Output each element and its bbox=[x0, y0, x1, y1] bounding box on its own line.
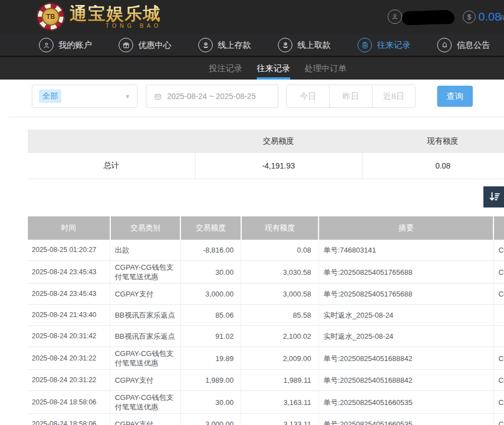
cell-time: 2025-08-24 23:45:43 bbox=[28, 284, 110, 305]
logo-subtitle: TONG BAO bbox=[70, 23, 162, 29]
cell-amount: 30.00 bbox=[180, 261, 241, 284]
summary-total-label: 总计 bbox=[28, 153, 195, 179]
yesterday-button[interactable]: 昨日 bbox=[329, 85, 372, 107]
cell-remark bbox=[493, 305, 504, 326]
cell-amount: 30.00 bbox=[180, 391, 241, 414]
nav-item-deposit[interactable]: 线上存款 bbox=[198, 38, 251, 52]
records-table: 时间 交易类别 交易额度 现有额度 摘要 备注 2025-08-25 01:20… bbox=[28, 216, 504, 425]
section-divider bbox=[8, 117, 504, 117]
header-type: 交易类别 bbox=[110, 216, 181, 240]
sub-nav: 投注记录 往来记录 处理中订单 bbox=[0, 57, 504, 80]
table-row: 2025-08-24 21:43:40 BB视讯百家乐返点 85.06 85.5… bbox=[28, 305, 504, 326]
cell-type: BB视讯百家乐返点 bbox=[110, 305, 181, 326]
nav-label: 信息公告 bbox=[457, 40, 490, 51]
bell-icon bbox=[437, 38, 452, 52]
cell-type: CGPAY-CG钱包支付笔笔送优惠 bbox=[110, 391, 181, 414]
summary-total-balance: 0.08 bbox=[362, 153, 504, 179]
cell-balance: 2,009.00 bbox=[241, 347, 319, 370]
cell-summary: 单号:202508254051688842 bbox=[319, 370, 493, 391]
summary-header-amount: 交易额度 bbox=[195, 130, 362, 153]
date-range-input[interactable]: 2025-08-24 ~ 2025-08-25 bbox=[146, 85, 278, 108]
tab-transaction-records[interactable]: 往来记录 bbox=[257, 57, 290, 80]
nav-label: 线上存款 bbox=[218, 40, 251, 51]
nav-item-withdraw[interactable]: 线上取款 bbox=[278, 38, 331, 52]
cell-remark: CG钱包 bbox=[493, 414, 504, 425]
table-row: 2025-08-24 18:58:06 CGPAY-CG钱包支付笔笔送优惠 30… bbox=[28, 391, 504, 414]
cell-type: CGPAY支付 bbox=[110, 370, 181, 391]
cell-summary: 实时返水_2025-08-24 bbox=[319, 326, 493, 347]
cell-time: 2025-08-24 18:58:06 bbox=[28, 414, 110, 425]
summary-header-row: 交易额度 现有额度 bbox=[28, 130, 504, 153]
header-amount: 交易额度 bbox=[180, 216, 241, 240]
header-balance: 现有额度 bbox=[241, 216, 319, 240]
sort-button[interactable] bbox=[483, 186, 504, 207]
cell-time: 2025-08-25 01:20:27 bbox=[28, 240, 110, 261]
tab-bet-records[interactable]: 投注记录 bbox=[209, 57, 242, 80]
cell-balance: 3,133.11 bbox=[241, 414, 319, 425]
top-bar: TB 通宝娱乐城 TONG BAO $ 0.08 R bbox=[0, 0, 504, 34]
coin-icon: $ bbox=[463, 11, 476, 23]
tab-pending-orders[interactable]: 处理中订单 bbox=[305, 57, 346, 80]
table-row: 2025-08-24 23:45:43 CGPAY-CG钱包支付笔笔送优惠 30… bbox=[28, 261, 504, 284]
cell-remark: CG钱包 bbox=[493, 347, 504, 370]
type-select[interactable]: 全部 ▼ bbox=[32, 85, 138, 108]
table-row: 2025-08-24 20:31:22 CGPAY支付 1,989.00 1,9… bbox=[28, 370, 504, 391]
transaction-records-page: TB 通宝娱乐城 TONG BAO $ 0.08 R 我的账户 优惠中心 bbox=[0, 0, 504, 425]
summary-total-amount: -4,191.93 bbox=[195, 153, 362, 179]
header-remark: 备注 bbox=[493, 216, 504, 240]
cell-summary: 单号:202508254051765688 bbox=[319, 284, 493, 305]
cell-summary: 单号:202508254051660535 bbox=[319, 414, 493, 425]
header-summary: 摘要 bbox=[319, 216, 493, 240]
cell-remark: CG钱包-24 bbox=[493, 240, 504, 261]
cell-time: 2025-08-24 23:45:43 bbox=[28, 261, 110, 284]
cell-summary: 单号:202508254051765688 bbox=[319, 261, 493, 284]
cell-amount: 85.06 bbox=[180, 305, 241, 326]
tab-label: 往来记录 bbox=[257, 63, 290, 74]
summary-total-row: 总计 -4,191.93 0.08 bbox=[28, 153, 504, 179]
cell-summary: 单号:202508254051660535 bbox=[319, 391, 493, 414]
cell-summary: 实时返水_2025-08-24 bbox=[319, 305, 493, 326]
cell-remark: CG钱包 bbox=[493, 284, 504, 305]
poker-chip-icon: TB bbox=[37, 3, 65, 31]
nav-label: 线上取款 bbox=[297, 40, 331, 51]
redacted-username bbox=[402, 9, 454, 25]
tab-label: 投注记录 bbox=[209, 63, 242, 74]
last-8-days-button[interactable]: 近8日 bbox=[372, 85, 415, 107]
tab-label: 处理中订单 bbox=[305, 63, 346, 74]
nav-item-my-account[interactable]: 我的账户 bbox=[39, 38, 92, 52]
nav-item-promotions[interactable]: 优惠中心 bbox=[119, 38, 172, 52]
user-icon bbox=[39, 38, 53, 52]
cell-amount: 1,989.00 bbox=[180, 370, 241, 391]
cell-type: CGPAY支付 bbox=[110, 284, 181, 305]
cell-remark: CG钱包 bbox=[493, 261, 504, 284]
table-row: 2025-08-24 18:58:06 CGPAY支付 3,000.00 3,1… bbox=[28, 414, 504, 425]
table-row: 2025-08-25 01:20:27 出款 -8,816.00 0.08 单号… bbox=[28, 240, 504, 261]
cell-balance: 1,989.11 bbox=[241, 370, 319, 391]
nav-label: 优惠中心 bbox=[138, 40, 172, 51]
table-row: 2025-08-24 20:31:42 BB视讯百家乐返点 91.02 2,10… bbox=[28, 326, 504, 347]
nav-item-announcements[interactable]: 信息公告 bbox=[437, 38, 490, 52]
cell-amount: 91.02 bbox=[180, 326, 241, 347]
nav-item-transaction-records[interactable]: 往来记录 bbox=[358, 38, 410, 52]
cell-time: 2025-08-24 21:43:40 bbox=[28, 305, 110, 326]
cell-time: 2025-08-24 18:58:06 bbox=[28, 391, 110, 414]
cell-type: BB视讯百家乐返点 bbox=[110, 326, 181, 347]
cell-type: CGPAY-CG钱包支付笔笔送优惠 bbox=[110, 347, 181, 370]
cell-time: 2025-08-24 20:31:42 bbox=[28, 326, 110, 347]
chip-badge: TB bbox=[42, 8, 60, 26]
date-range-value: 2025-08-24 ~ 2025-08-25 bbox=[167, 92, 256, 101]
today-button[interactable]: 今日 bbox=[287, 85, 329, 107]
person-icon[interactable] bbox=[388, 9, 402, 24]
filter-bar: 全部 ▼ 2025-08-24 ~ 2025-08-25 今日 昨日 近8日 查… bbox=[32, 85, 473, 108]
balance-amount: 0.08 bbox=[478, 10, 501, 23]
query-button[interactable]: 查询 bbox=[437, 86, 473, 107]
header-time: 时间 bbox=[28, 216, 110, 240]
cell-summary: 单号:746803141 bbox=[319, 240, 493, 261]
cell-time: 2025-08-24 20:31:22 bbox=[28, 347, 110, 370]
calendar-icon bbox=[154, 92, 162, 101]
site-logo[interactable]: TB 通宝娱乐城 TONG BAO bbox=[37, 3, 162, 31]
table-row: 2025-08-24 20:31:22 CGPAY-CG钱包支付笔笔送优惠 19… bbox=[28, 347, 504, 370]
summary-table: 交易额度 现有额度 总计 -4,191.93 0.08 bbox=[28, 130, 504, 179]
cell-balance: 2,100.02 bbox=[241, 326, 319, 347]
cell-remark: CG钱包 bbox=[493, 391, 504, 414]
